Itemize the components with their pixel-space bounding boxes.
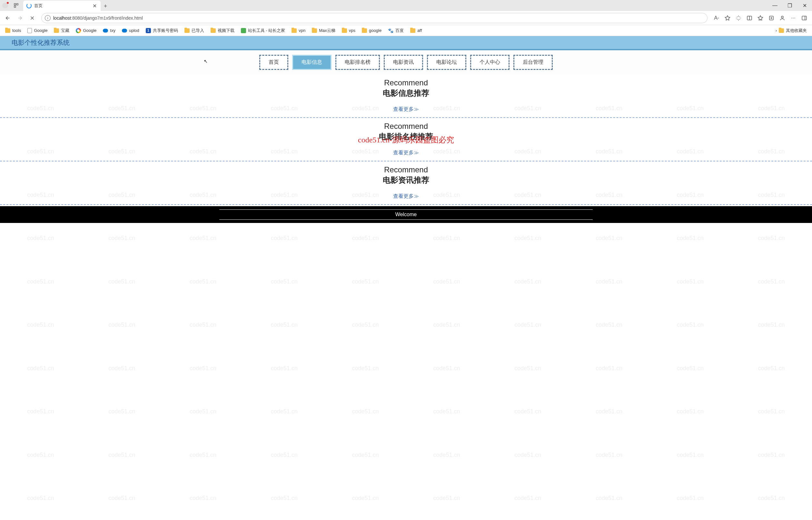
svg-point-5 [781,16,783,18]
nav-item-3[interactable]: 电影资讯 [384,55,423,70]
profile-button[interactable] [0,0,10,11]
collections-button[interactable] [766,13,777,23]
section-title-zh: 电影信息推荐 [0,88,812,98]
new-tab-button[interactable]: + [101,1,110,11]
folder-icon [362,28,367,33]
svg-rect-1 [17,3,18,5]
bookmark-item[interactable]: vpn [289,27,308,34]
section-title-en: Recommend [0,165,812,174]
more-link[interactable]: 查看更多≫ [393,106,419,113]
sidebar-button[interactable] [799,13,809,23]
browser-toolbar: i localhost:8080/django7m1x9/front/index… [0,11,812,25]
recommend-section-1: Recommend电影排名榜推荐查看更多≫ [0,118,812,161]
bookmark-item[interactable]: 已导入 [182,26,207,35]
folder-icon [292,28,297,33]
footer-text: Welcome [219,209,593,220]
main-nav: 首页电影信息电影排名榜电影资讯电影论坛个人中心后台管理 [0,50,812,74]
bookmark-label: 百度 [395,28,404,33]
bookmark-item[interactable]: 宝藏 [51,26,72,35]
svg-rect-6 [802,16,807,20]
tab-title: 首页 [34,3,89,9]
tab-close-button[interactable]: ✕ [92,3,97,9]
nav-item-1[interactable]: 电影信息 [292,55,331,70]
folder-icon [312,28,317,33]
site-info-icon[interactable]: i [45,15,51,21]
bookmark-label: 宝藏 [61,28,69,33]
onedrive-icon [103,29,108,32]
paw-icon: 🐾 [388,28,393,33]
more-button[interactable]: ··· [788,13,798,23]
bookmark-item[interactable]: google [359,27,384,34]
bookmarks-overflow-label: 其他收藏夹 [786,28,807,33]
folder-icon [54,28,59,33]
nav-item-4[interactable]: 电影论坛 [427,55,466,70]
bookmark-item[interactable]: 1共享账号密码 [143,26,180,35]
browser-tab[interactable]: 首页 ✕ [23,1,101,11]
favorites-list-button[interactable] [755,13,766,23]
section-title-zh: 电影资讯推荐 [0,175,812,185]
folder-icon [184,28,190,33]
bookmark-label: google [369,28,382,33]
more-link[interactable]: 查看更多≫ [393,193,419,200]
page-title: 电影个性化推荐系统 [11,38,70,47]
nav-item-5[interactable]: 个人中心 [470,55,510,70]
green-icon [241,28,246,33]
extensions-button[interactable] [733,13,744,23]
bookmark-item[interactable]: aff [408,27,424,34]
nav-item-6[interactable]: 后台管理 [513,55,553,70]
address-bar[interactable]: i localhost:8080/django7m1x9/front/index… [41,13,708,23]
bookmark-item[interactable]: txy [100,27,118,34]
more-link[interactable]: 查看更多≫ [393,150,419,156]
folder-icon [342,28,347,33]
bookmark-label: tools [12,28,21,33]
page-icon [27,28,32,33]
bookmark-item[interactable]: tools [3,27,24,34]
bookmark-item[interactable]: Max云梯 [309,26,338,35]
bookmark-label: uplod [129,28,139,33]
maximize-button[interactable]: ❐ [782,0,797,11]
page-footer: Welcome [0,206,812,223]
bookmark-item[interactable]: 🐾百度 [385,26,406,35]
bookmark-label: Google [83,28,96,33]
onedrive-icon [122,29,127,32]
chevron-right-icon: › [776,28,777,33]
bookmark-item[interactable]: vps [339,27,358,34]
read-aloud-button[interactable]: A» [711,13,722,23]
bookmark-label: 站长工具 - 站长之家 [248,28,286,33]
loading-icon [26,3,32,8]
page-header: 电影个性化推荐系统 [0,36,812,50]
nav-item-0[interactable]: 首页 [259,55,288,70]
nav-item-2[interactable]: 电影排名榜 [336,55,380,70]
section-title-zh: 电影排名榜推荐 [0,131,812,142]
bookmark-label: Google [34,28,47,33]
bookmark-label: aff [417,28,422,33]
bookmarks-bar: toolsGoogle宝藏Googletxyuplod1共享账号密码已导入视频下… [0,25,812,36]
recommend-section-0: Recommend电影信息推荐查看更多≫ [0,74,812,118]
bookmark-label: txy [110,28,116,33]
account-button[interactable] [777,13,787,23]
bookmark-label: vps [349,28,355,33]
bookmarks-overflow[interactable]: › 其他收藏夹 [773,26,809,35]
bookmark-label: 共享账号密码 [153,28,178,33]
section-title-en: Recommend [0,78,812,87]
favorite-button[interactable] [722,13,733,23]
svg-rect-0 [14,3,16,5]
bookmark-label: Max云梯 [319,28,336,33]
back-button[interactable] [3,13,13,23]
bookmark-item[interactable]: Google [73,27,99,34]
forward-button[interactable] [15,13,25,23]
split-button[interactable] [744,13,755,23]
minimize-button[interactable]: — [767,0,782,11]
bookmark-item[interactable]: Google [25,27,50,34]
workspaces-button[interactable] [10,0,22,11]
1pass-icon: 1 [146,28,151,33]
bookmark-label: 已导入 [192,28,204,33]
bookmark-item[interactable]: 视频下载 [208,26,237,35]
section-title-en: Recommend [0,122,812,131]
bookmark-item[interactable]: 站长工具 - 站长之家 [238,26,288,35]
url-text: localhost:8080/django7m1x9/front/index.h… [53,16,704,21]
recommend-section-2: Recommend电影资讯推荐查看更多≫ [0,161,812,205]
bookmark-item[interactable]: uplod [119,27,142,34]
stop-button[interactable] [27,13,38,23]
close-window-button[interactable]: ✕ [797,0,812,11]
